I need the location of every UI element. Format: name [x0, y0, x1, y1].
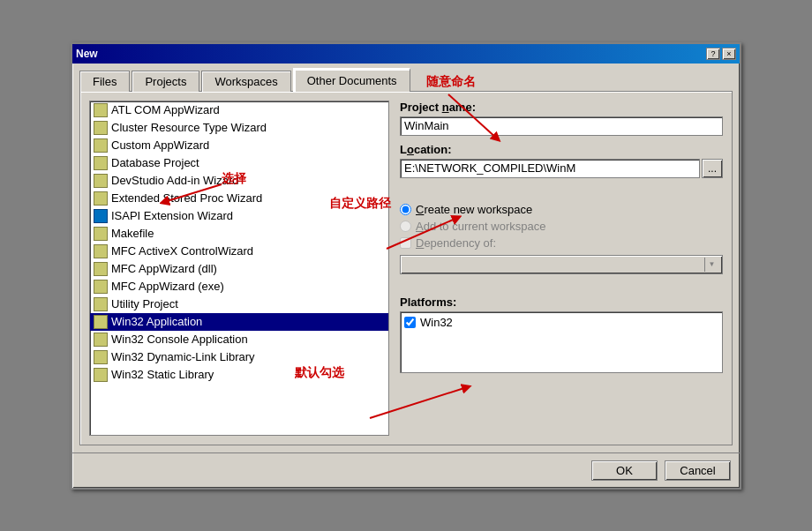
add-workspace-label: Add to current workspace — [416, 220, 545, 233]
platforms-section: Platforms: Win32 默认勾选 — [400, 295, 723, 373]
list-item-icon — [94, 156, 108, 170]
dialog-title: New — [76, 48, 98, 60]
tab-workspaces[interactable]: Workspaces — [201, 71, 290, 92]
list-item[interactable]: Extended Stored Proc Wizard — [90, 190, 388, 207]
workspace-options: Create new workspace Add to current work… — [400, 203, 723, 274]
left-panel: ATL COM AppWizardCluster Resource Type W… — [89, 101, 389, 436]
list-item-label: Win32 Static Library — [111, 368, 214, 381]
location-input[interactable] — [400, 159, 700, 178]
tab-files[interactable]: Files — [79, 71, 130, 92]
list-item[interactable]: Custom AppWizard — [90, 137, 388, 154]
location-group: Location: ... 自定义路径 — [400, 143, 723, 178]
title-bar-controls: ? × — [706, 48, 736, 60]
list-item-label: Extended Stored Proc Wizard — [111, 191, 262, 205]
list-item[interactable]: MFC ActiveX ControlWizard — [90, 243, 388, 260]
list-item-label: Cluster Resource Type Wizard — [111, 121, 267, 134]
list-item[interactable]: Win32 Dynamic-Link Library — [90, 348, 388, 366]
dropdown-arrow-icon: ▼ — [704, 258, 718, 272]
list-item-label: MFC AppWizard (dll) — [111, 262, 217, 275]
help-button[interactable]: ? — [706, 48, 720, 60]
list-item-icon — [94, 350, 108, 364]
list-item-label: Win32 Application — [111, 315, 202, 328]
dependency-label: Dependency of: — [416, 236, 496, 250]
create-workspace-label: Create new workspace — [416, 203, 532, 216]
list-item-icon — [94, 191, 108, 206]
location-input-group: ... — [400, 159, 723, 178]
list-item-label: Win32 Dynamic-Link Library — [111, 350, 255, 363]
bottom-bar: OK Cancel — [72, 452, 740, 488]
tab-other-documents[interactable]: Other Documents — [293, 68, 410, 92]
list-item[interactable]: Makefile — [90, 225, 388, 243]
list-item-label: DevStudio Add-in Wizard — [111, 174, 239, 187]
platforms-label: Platforms: — [400, 295, 456, 309]
tab-content: ATL COM AppWizardCluster Resource Type W… — [79, 91, 733, 445]
cancel-button[interactable]: Cancel — [665, 460, 731, 481]
win32-platform-checkbox[interactable] — [404, 317, 416, 328]
list-item-label: MFC AppWizard (exe) — [111, 280, 224, 293]
create-workspace-option: Create new workspace — [400, 203, 723, 216]
project-name-label: Project name: — [400, 101, 723, 114]
list-item[interactable]: Database Project — [90, 154, 388, 172]
list-item[interactable]: Utility Project — [90, 295, 388, 313]
list-item-icon — [94, 227, 108, 241]
list-item[interactable]: Cluster Resource Type Wizard — [90, 119, 388, 137]
list-item-icon — [94, 368, 108, 382]
list-item[interactable]: ISAPI Extension Wizard — [90, 207, 388, 225]
right-panel: 随意命名 Project name: — [400, 101, 723, 436]
list-item-icon — [94, 209, 108, 223]
add-workspace-radio[interactable] — [400, 221, 411, 232]
list-item-icon — [94, 103, 108, 117]
list-item-icon — [94, 138, 108, 153]
ok-button[interactable]: OK — [591, 460, 658, 481]
win32-platform-item: Win32 — [404, 316, 718, 329]
list-item-icon — [94, 297, 108, 311]
dependency-dropdown[interactable]: ▼ — [400, 255, 723, 274]
location-label: Location: — [400, 143, 723, 156]
list-item-icon — [94, 262, 108, 276]
project-name-group: Project name: — [400, 101, 723, 136]
list-item[interactable]: Win32 Console Application — [90, 331, 388, 348]
platforms-list: Win32 默认勾选 — [400, 311, 723, 373]
list-item-label: ISAPI Extension Wizard — [111, 209, 233, 222]
tab-projects[interactable]: Projects — [132, 71, 199, 92]
list-item-label: Makefile — [111, 227, 154, 240]
list-item-icon — [94, 121, 108, 135]
create-workspace-radio[interactable] — [400, 204, 411, 215]
browse-button[interactable]: ... — [702, 159, 723, 178]
close-button[interactable]: × — [722, 48, 736, 60]
list-item-icon — [94, 174, 108, 188]
add-workspace-option: Add to current workspace — [400, 220, 723, 233]
list-item[interactable]: DevStudio Add-in Wizard — [90, 172, 388, 190]
list-item-label: Win32 Console Application — [111, 333, 248, 346]
list-item-icon — [94, 244, 108, 258]
list-item-icon — [94, 280, 108, 294]
list-item[interactable]: MFC AppWizard (exe) — [90, 278, 388, 295]
list-item-label: ATL COM AppWizard — [111, 103, 220, 116]
list-item-label: Custom AppWizard — [111, 138, 209, 152]
tab-bar: Files Projects Workspaces Other Document… — [79, 71, 733, 92]
project-name-input[interactable] — [400, 116, 723, 136]
win32-platform-label: Win32 — [420, 316, 453, 329]
list-item-label: Database Project — [111, 156, 199, 169]
dependency-option: Dependency of: — [400, 236, 723, 250]
list-item[interactable]: Win32 Static Library — [90, 366, 388, 384]
list-item[interactable]: MFC AppWizard (dll) — [90, 260, 388, 278]
title-bar: New ? × — [72, 44, 740, 64]
project-type-list[interactable]: ATL COM AppWizardCluster Resource Type W… — [89, 101, 389, 436]
list-item-label: MFC ActiveX ControlWizard — [111, 244, 253, 258]
dependency-checkbox[interactable] — [400, 237, 411, 249]
new-dialog: New ? × Files Projects Workspaces Other … — [71, 42, 741, 490]
list-item-icon — [94, 315, 108, 329]
dialog-content: Files Projects Workspaces Other Document… — [72, 64, 740, 452]
list-item[interactable]: Win32 Application — [90, 313, 388, 331]
list-item-label: Utility Project — [111, 297, 178, 310]
list-item-icon — [94, 333, 108, 347]
list-item[interactable]: ATL COM AppWizard — [90, 101, 388, 119]
